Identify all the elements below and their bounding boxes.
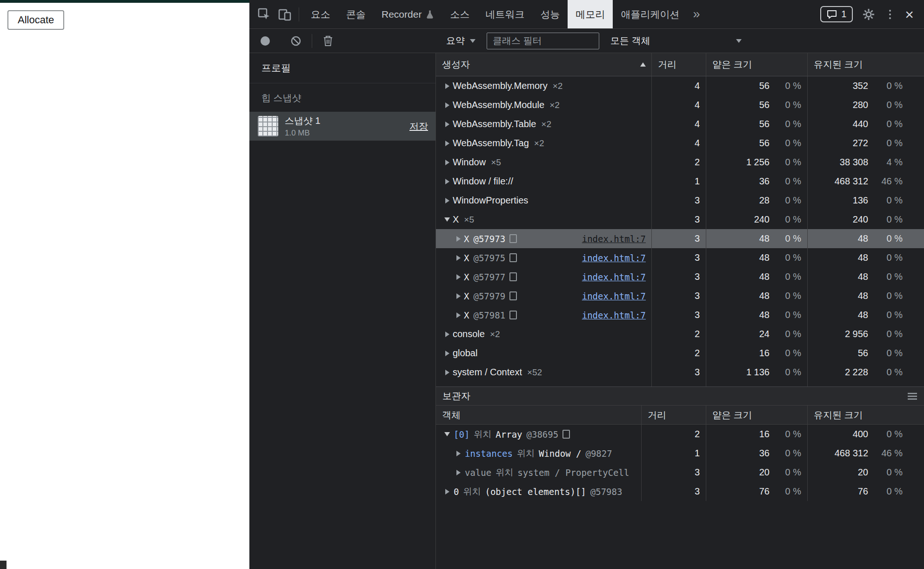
retainer-row[interactable]: [0]위치Array@38695 2 160 % 4000 % (436, 425, 924, 444)
disclosure-triangle-icon[interactable] (453, 463, 464, 482)
clear-profiles-button[interactable] (290, 35, 301, 47)
disclosure-triangle-icon[interactable] (442, 172, 453, 191)
table-row[interactable]: Window / file:// 1 360 % 468 31246 % (436, 172, 924, 191)
disclosure-triangle-icon[interactable] (453, 229, 464, 248)
settings-button[interactable] (858, 4, 879, 25)
source-link[interactable]: index.html:7 (582, 234, 651, 244)
object-box-icon (509, 253, 517, 262)
disclosure-triangle-icon[interactable] (442, 134, 453, 153)
disclosure-triangle-icon[interactable] (442, 382, 453, 386)
table-row[interactable]: system / Context×52 3 1 1360 % 2 2280 % (436, 363, 924, 382)
instance-count: ×2 (553, 81, 563, 91)
object-box-icon (509, 234, 517, 243)
table-row[interactable]: WindowProperties 3 280 % 1360 % (436, 191, 924, 210)
table-row[interactable]: WebAssembly.Module×2 4 560 % 2800 % (436, 95, 924, 115)
tab-network[interactable]: 네트워크 (477, 0, 532, 28)
source-link[interactable]: index.html:7 (582, 291, 651, 301)
issues-badge[interactable]: 1 (820, 6, 853, 22)
header-distance[interactable]: 거리 (652, 53, 706, 76)
device-toolbar-button[interactable] (275, 4, 295, 25)
source-link[interactable]: index.html:7 (582, 272, 651, 282)
profiles-sidebar: 프로필 힙 스냅샷 스냅샷 1 1.0 MB 저장 (249, 53, 436, 569)
header-shallow-size[interactable]: 얕은 크기 (706, 406, 808, 424)
inspect-element-button[interactable] (254, 4, 275, 25)
disclosure-triangle-icon[interactable] (442, 191, 453, 210)
header-object[interactable]: 객체 (436, 406, 642, 424)
tab-memory[interactable]: 메모리 (568, 0, 613, 28)
disclosure-triangle-icon[interactable] (442, 482, 453, 501)
header-retained-size[interactable]: 유지된 크기 (808, 406, 924, 424)
table-row[interactable]: WebAssembly.Tag×2 4 560 % 2720 % (436, 134, 924, 153)
disclosure-triangle-icon[interactable] (442, 344, 453, 363)
disclosure-triangle-icon[interactable] (453, 248, 464, 267)
perspective-select[interactable]: 요약 (436, 34, 475, 47)
disclosure-triangle-icon[interactable] (442, 325, 453, 344)
table-row[interactable]: console×2 2 240 % 2 9560 % (436, 325, 924, 344)
save-snapshot-link[interactable]: 저장 (409, 120, 428, 133)
tab-elements[interactable]: 요소 (303, 0, 338, 28)
table-row[interactable]: X×5 3 2400 % 2400 % (436, 210, 924, 229)
constructor-table-body: WebAssembly.Memory×2 4 560 % 3520 % WebA… (436, 76, 924, 386)
constructor-name: WebAssembly.Memory (453, 81, 548, 91)
in-word: 위치 (474, 428, 491, 440)
retainer-row[interactable]: value위치system / PropertyCell 3 200 % 200… (436, 463, 924, 482)
disclosure-triangle-icon[interactable] (442, 425, 453, 444)
disclosure-triangle-icon[interactable] (442, 95, 453, 115)
tab-console[interactable]: 콘솔 (338, 0, 374, 28)
table-row-selected[interactable]: X@57973index.html:7 3 480 % 480 % (436, 229, 924, 248)
table-row[interactable]: WebAssembly.Memory×2 4 560 % 3520 % (436, 76, 924, 95)
table-row[interactable]: X@57979index.html:7 3 480 % 480 % (436, 286, 924, 305)
allocate-button[interactable]: Allocate (7, 10, 64, 30)
retainer-row[interactable]: 0위치(object elements)[]@57983 3 760 % 760… (436, 482, 924, 501)
header-retained-size[interactable]: 유지된 크기 (808, 53, 924, 76)
tab-application[interactable]: 애플리케이션 (613, 0, 687, 28)
tab-performance[interactable]: 성능 (532, 0, 568, 28)
tab-sources[interactable]: 소스 (442, 0, 477, 28)
more-tabs-button[interactable]: » (687, 7, 705, 21)
disclosure-triangle-icon[interactable] (453, 286, 464, 305)
table-row[interactable]: global 2 160 % 560 % (436, 344, 924, 363)
header-constructor[interactable]: 생성자 (436, 53, 652, 76)
kebab-menu-icon[interactable] (884, 10, 896, 19)
page-content: Allocate (0, 0, 249, 569)
memory-toolbar-main: 요약 모든 객체 (436, 33, 924, 49)
table-row[interactable]: WebAssembly.Table×2 4 560 % 4400 % (436, 115, 924, 134)
snapshot-thumbnail (258, 116, 278, 136)
table-row[interactable]: X@57975index.html:7 3 480 % 480 % (436, 248, 924, 267)
speech-bubble-icon (827, 10, 837, 19)
retainer-row[interactable]: instances위치Window /@9827 1 360 % 468 312… (436, 444, 924, 463)
class-filter-input[interactable] (487, 33, 599, 49)
tab-recorder[interactable]: Recorder (374, 0, 442, 28)
object-scope-select[interactable]: 모든 객체 (610, 34, 742, 47)
header-shallow-size[interactable]: 얕은 크기 (706, 53, 808, 76)
disclosure-triangle-icon[interactable] (442, 153, 453, 172)
disclosure-triangle-icon[interactable] (442, 115, 453, 134)
disclosure-triangle-icon[interactable] (442, 76, 453, 95)
source-link[interactable]: index.html:7 (582, 253, 651, 263)
profiles-title: 프로필 (249, 53, 435, 83)
disclosure-triangle-icon[interactable] (453, 305, 464, 325)
close-icon[interactable]: × (901, 7, 917, 22)
device-toolbar-icon (278, 7, 292, 21)
memory-toolbar-left (249, 34, 436, 48)
header-distance[interactable]: 거리 (642, 406, 706, 424)
record-heap-snapshot-icon[interactable] (261, 36, 270, 46)
object-box-icon (509, 291, 517, 300)
delete-profile-button[interactable] (322, 35, 334, 47)
chevron-down-icon (470, 39, 475, 43)
chevron-down-icon (736, 39, 742, 43)
disclosure-triangle-icon[interactable] (442, 210, 453, 229)
retainers-titlebar: 보관자 (436, 387, 924, 406)
disclosure-triangle-icon[interactable] (453, 267, 464, 286)
disclosure-triangle-icon[interactable] (442, 363, 453, 382)
tabbar-right-cluster: 1 × (820, 4, 924, 25)
hamburger-menu-icon[interactable] (907, 393, 917, 400)
table-row[interactable]: X@57977index.html:7 3 480 % 480 % (436, 267, 924, 286)
table-row[interactable]: X@57981index.html:7 3 480 % 480 % (436, 305, 924, 325)
snapshot-list-item[interactable]: 스냅샷 1 1.0 MB 저장 (249, 112, 435, 141)
retainers-pane: 보관자 객체 거리 얕은 크기 유지된 크기 [0]위치Array@3 (436, 386, 924, 569)
disclosure-triangle-icon[interactable] (453, 444, 464, 463)
table-row[interactable]: system / JSArrayBufferData 4 400 % 400 % (436, 382, 924, 386)
source-link[interactable]: index.html:7 (582, 310, 651, 320)
table-row[interactable]: Window×5 2 1 2560 % 38 3084 % (436, 153, 924, 172)
